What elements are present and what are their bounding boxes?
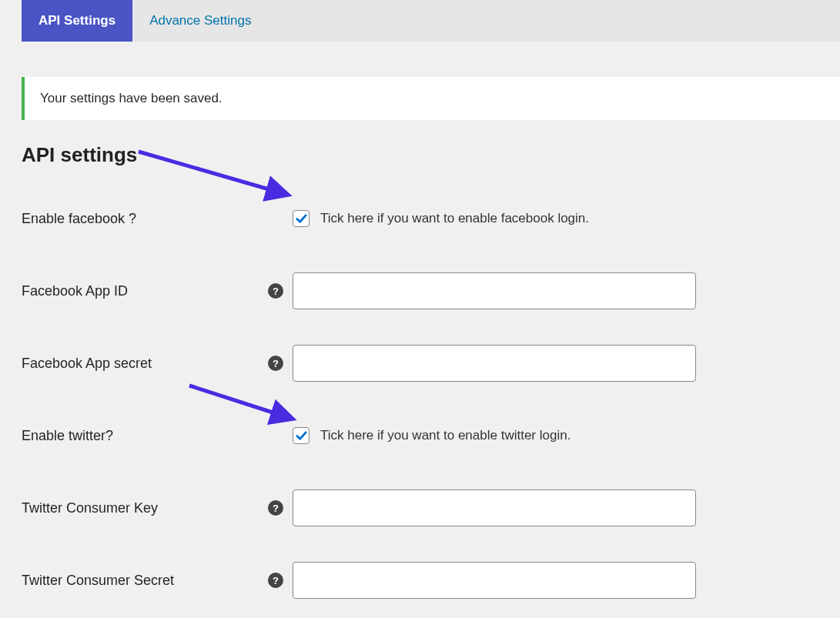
input-facebook-app-secret[interactable]	[293, 345, 696, 382]
label-facebook-app-secret: Facebook App secret	[22, 356, 268, 372]
tabs-bar: API Settings Advance Settings	[22, 0, 840, 42]
label-enable-facebook: Enable facebook ?	[22, 211, 268, 227]
notice-text: Your settings have been saved.	[40, 91, 223, 105]
row-twitter-consumer-secret: Twitter Consumer Secret ?	[22, 560, 840, 601]
row-enable-twitter: Enable twitter? Tick here if you want to…	[22, 415, 840, 456]
input-twitter-consumer-secret[interactable]	[293, 562, 696, 599]
row-enable-facebook: Enable facebook ? Tick here if you want …	[22, 198, 840, 239]
tab-api-settings[interactable]: API Settings	[22, 0, 132, 42]
tab-advance-settings[interactable]: Advance Settings	[132, 0, 268, 42]
help-icon[interactable]: ?	[268, 573, 283, 588]
input-twitter-consumer-key[interactable]	[293, 489, 696, 526]
success-notice: Your settings have been saved.	[22, 77, 840, 120]
checkbox-enable-twitter[interactable]	[293, 427, 310, 444]
hint-enable-twitter: Tick here if you want to enable twitter …	[320, 428, 571, 443]
checkmark-icon	[296, 213, 307, 225]
input-facebook-app-id[interactable]	[293, 272, 696, 309]
hint-enable-facebook: Tick here if you want to enable facebook…	[320, 211, 589, 226]
label-twitter-consumer-secret: Twitter Consumer Secret	[22, 573, 268, 589]
row-twitter-consumer-key: Twitter Consumer Key ?	[22, 487, 840, 529]
label-twitter-consumer-key: Twitter Consumer Key	[22, 500, 268, 516]
row-facebook-app-secret: Facebook App secret ?	[22, 342, 840, 384]
row-facebook-app-id: Facebook App ID ?	[22, 270, 840, 312]
page-title: API settings	[22, 143, 840, 167]
settings-form: Enable facebook ? Tick here if you want …	[22, 198, 840, 601]
svg-line-3	[189, 386, 289, 418]
help-icon[interactable]: ?	[268, 500, 283, 516]
checkbox-enable-facebook[interactable]	[293, 210, 310, 227]
arrow-icon	[189, 386, 305, 428]
label-facebook-app-id: Facebook App ID	[22, 283, 268, 299]
label-enable-twitter: Enable twitter?	[22, 428, 268, 444]
checkmark-icon	[296, 430, 307, 442]
help-icon[interactable]: ?	[268, 283, 283, 299]
help-icon[interactable]: ?	[268, 356, 283, 371]
